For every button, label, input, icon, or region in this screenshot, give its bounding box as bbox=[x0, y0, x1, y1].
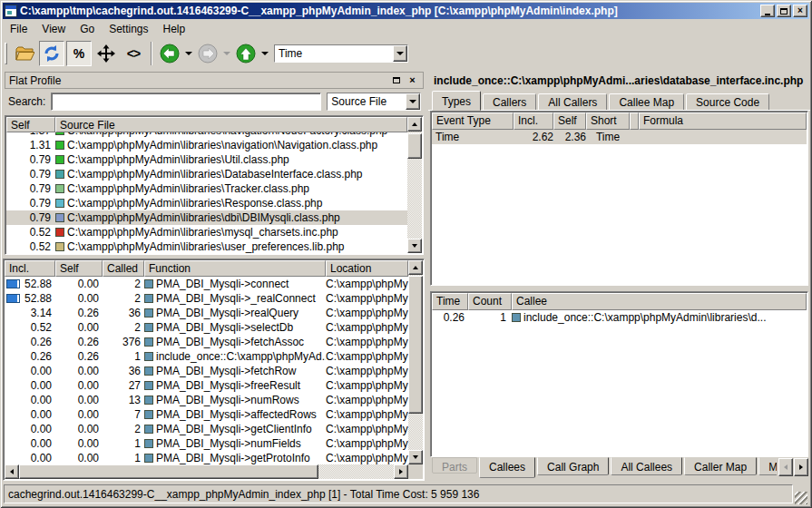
list-item[interactable]: 0.52C:\xampp\phpMyAdmin\libraries\mysql_… bbox=[6, 225, 407, 239]
scroll-left-button[interactable] bbox=[5, 464, 19, 479]
menu-item-file[interactable]: File bbox=[3, 20, 34, 38]
close-button[interactable]: × bbox=[793, 5, 807, 17]
tab-machine[interactable]: Machine bbox=[758, 457, 777, 475]
table-row[interactable]: 0.520.002PMA_DBI_Mysqli->selectDbC:\xamp… bbox=[5, 320, 408, 335]
list-item[interactable]: 0.79C:\xampp\phpMyAdmin\libraries\Respon… bbox=[6, 196, 407, 210]
scroll-thumb[interactable] bbox=[408, 276, 423, 414]
tab-call-graph[interactable]: Call Graph bbox=[537, 457, 609, 475]
column-header-time[interactable]: Time bbox=[432, 293, 468, 310]
column-header-spacer[interactable] bbox=[630, 112, 639, 130]
percent-toggle-button[interactable]: % bbox=[66, 41, 92, 66]
column-header-event-type[interactable]: Event Type bbox=[432, 112, 514, 130]
group-by-combo[interactable]: Source File bbox=[327, 93, 421, 111]
scroll-up-button[interactable] bbox=[407, 117, 422, 132]
maximize-button[interactable] bbox=[777, 5, 791, 17]
column-header-function[interactable]: Function bbox=[144, 260, 326, 277]
menu-item-go[interactable]: Go bbox=[73, 20, 102, 38]
table-row[interactable]: 3.140.2636PMA_DBI_Mysqli->realQueryC:\xa… bbox=[5, 306, 408, 320]
table-row[interactable]: 52.880.002PMA_DBI_Mysqli->_realConnectC:… bbox=[5, 291, 408, 306]
arrow-up-icon bbox=[413, 266, 418, 269]
column-header-formula[interactable]: Formula bbox=[639, 112, 807, 130]
table-row[interactable]: 0.000.001PMA_DBI_Mysqli->getProtoInfoC:\… bbox=[5, 451, 408, 464]
scroll-right-button[interactable] bbox=[394, 464, 408, 479]
table-row[interactable]: 0.26 1 include_once::C:\xampp\phpMyAdmin… bbox=[432, 310, 807, 325]
shorten-templates-button[interactable]: <> bbox=[121, 41, 146, 66]
table-row[interactable]: 52.880.002PMA_DBI_Mysqli->connectC:\xamp… bbox=[5, 277, 408, 291]
forward-button[interactable] bbox=[195, 41, 220, 66]
table-row[interactable]: 0.000.002PMA_DBI_Mysqli->getClientInfoC:… bbox=[5, 422, 408, 436]
arrow-down-icon bbox=[412, 244, 417, 248]
refresh-button[interactable] bbox=[39, 41, 64, 66]
menu-item-view[interactable]: View bbox=[34, 20, 73, 38]
menu-item-help[interactable]: Help bbox=[156, 20, 193, 38]
table-row[interactable]: Time 2.62 2.36 Time bbox=[432, 130, 807, 144]
scroll-thumb[interactable] bbox=[407, 133, 422, 159]
function-table-hscrollbar[interactable] bbox=[5, 464, 408, 479]
scroll-up-button[interactable] bbox=[408, 260, 423, 275]
column-header-called[interactable]: Called bbox=[103, 260, 144, 277]
table-row[interactable]: 0.260.261include_once::C:\xampp\phpMyAd.… bbox=[5, 349, 408, 364]
forward-dropdown[interactable] bbox=[221, 41, 232, 66]
column-header-self[interactable]: Self bbox=[6, 117, 55, 132]
back-button[interactable] bbox=[157, 41, 182, 66]
tab-scroll-left-button[interactable] bbox=[778, 458, 793, 476]
tab-scroll-right-button[interactable] bbox=[794, 458, 808, 476]
list-item[interactable]: 0.79C:\xampp\phpMyAdmin\libraries\Databa… bbox=[6, 167, 407, 181]
self-cost-cell: 0.79 bbox=[6, 182, 55, 195]
list-item[interactable]: 0.79C:\xampp\phpMyAdmin\libraries\dbi\DB… bbox=[6, 210, 407, 225]
flat-profile-dock-title[interactable]: Flat Profile × bbox=[5, 72, 424, 89]
tab-callee-map[interactable]: Callee Map bbox=[609, 93, 684, 111]
minimize-button[interactable] bbox=[760, 5, 775, 17]
table-row[interactable]: 0.000.0013PMA_DBI_Mysqli->numRowsC:\xamp… bbox=[5, 393, 408, 407]
table-row[interactable]: 0.000.0027PMA_DBI_Mysqli->freeResultC:\x… bbox=[5, 378, 408, 393]
function-table-vscrollbar[interactable] bbox=[408, 260, 423, 464]
called-cell: 36 bbox=[103, 307, 144, 319]
function-cell: include_once::C:\xampp\phpMyAd... bbox=[144, 350, 326, 363]
scroll-thumb[interactable] bbox=[19, 464, 318, 479]
back-dropdown[interactable] bbox=[183, 41, 194, 66]
list-item[interactable]: 1.31C:\xampp\phpMyAdmin\libraries\naviga… bbox=[6, 138, 407, 152]
list-item[interactable]: 0.52C:\xampp\phpMyAdmin\libraries\user_p… bbox=[6, 239, 407, 253]
scroll-down-button[interactable] bbox=[408, 450, 423, 464]
table-row[interactable]: 0.000.0036PMA_DBI_Mysqli->fetchRowC:\xam… bbox=[5, 364, 408, 378]
tab-all-callees[interactable]: All Callees bbox=[611, 457, 682, 475]
tab-types[interactable]: Types bbox=[432, 91, 481, 111]
column-header-count[interactable]: Count bbox=[468, 293, 512, 310]
group-by-combo-button[interactable] bbox=[406, 93, 420, 110]
column-header-callee[interactable]: Callee bbox=[512, 293, 807, 310]
dock-float-button[interactable] bbox=[389, 74, 403, 87]
column-header-short[interactable]: Short bbox=[586, 112, 630, 130]
self-cost-cell: 0.79 bbox=[6, 168, 55, 181]
up-button[interactable] bbox=[233, 41, 259, 66]
tab-caller-map[interactable]: Caller Map bbox=[684, 457, 757, 475]
callee-cell: include_once::C:\xampp\phpMyAdmin\librar… bbox=[512, 311, 807, 324]
cycle-detection-button[interactable] bbox=[93, 41, 119, 66]
search-input[interactable] bbox=[51, 93, 321, 111]
tab-callers[interactable]: Callers bbox=[483, 93, 536, 111]
dock-close-button[interactable]: × bbox=[406, 74, 419, 87]
scroll-down-button[interactable] bbox=[407, 239, 422, 253]
column-header-incl[interactable]: Incl. bbox=[514, 112, 553, 130]
event-type-combo[interactable]: Time bbox=[274, 44, 408, 63]
table-row[interactable]: 0.000.007PMA_DBI_Mysqli->affectedRowsC:\… bbox=[5, 407, 408, 422]
resize-grip[interactable] bbox=[795, 492, 807, 504]
menu-item-settings[interactable]: Settings bbox=[102, 20, 155, 38]
arrow-up-icon bbox=[412, 122, 417, 126]
open-file-button[interactable] bbox=[12, 41, 37, 66]
tab-all-callers[interactable]: All Callers bbox=[538, 93, 607, 111]
table-row[interactable]: 0.000.001PMA_DBI_Mysqli->numFieldsC:\xam… bbox=[5, 436, 408, 451]
column-header-self[interactable]: Self bbox=[55, 260, 103, 277]
up-dropdown[interactable] bbox=[259, 41, 270, 66]
column-header-location[interactable]: Location bbox=[326, 260, 408, 277]
list-item[interactable]: 0.79C:\xampp\phpMyAdmin\libraries\Util.c… bbox=[6, 152, 407, 167]
tab-source-code[interactable]: Source Code bbox=[686, 93, 769, 111]
tab-callees[interactable]: Callees bbox=[479, 457, 535, 478]
column-header-source-file[interactable]: Source File bbox=[55, 117, 407, 132]
source-list-vscrollbar[interactable] bbox=[407, 117, 422, 253]
list-item[interactable]: 0.79C:\xampp\phpMyAdmin\libraries\Tracke… bbox=[6, 181, 407, 196]
event-type-combo-button[interactable] bbox=[393, 45, 407, 62]
table-row[interactable]: 0.260.26376PMA_DBI_Mysqli->fetchAssocC:\… bbox=[5, 335, 408, 349]
toolbar-handle[interactable] bbox=[5, 43, 7, 64]
column-header-incl[interactable]: Incl. bbox=[5, 260, 55, 277]
column-header-self[interactable]: Self bbox=[553, 112, 586, 130]
